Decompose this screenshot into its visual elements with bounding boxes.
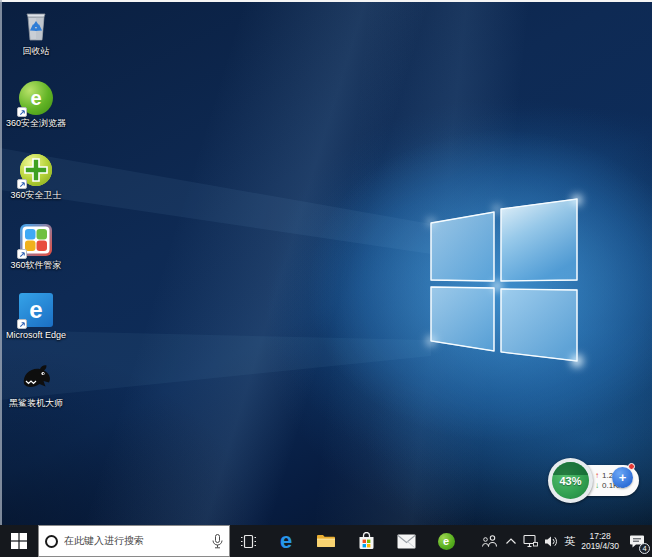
icon-label: 回收站: [23, 46, 50, 57]
desktop-icon-recycle-bin[interactable]: 回收站: [3, 8, 69, 57]
speaker-icon: [544, 535, 558, 548]
edge-icon: e: [280, 530, 292, 552]
taskbar-360-browser-button[interactable]: e: [426, 525, 466, 557]
shortcut-arrow-icon: [17, 107, 27, 117]
clock-date: 2019/4/30: [581, 541, 619, 551]
memory-usage-ball[interactable]: 43%: [548, 458, 593, 503]
360-browser-icon: e: [18, 80, 54, 116]
screen-top-edge: [0, 0, 652, 2]
black-shark-icon: [18, 360, 54, 396]
icon-label: 360软件管家: [10, 260, 61, 271]
chevron-up-icon: [505, 537, 517, 545]
widget-notification-dot: [628, 463, 635, 470]
taskbar-store-button[interactable]: [346, 525, 386, 557]
ball-top-segment: [552, 462, 589, 475]
icon-label: 黑鲨装机大师: [9, 398, 63, 409]
desktop-icon-microsoft-edge[interactable]: e Microsoft Edge: [3, 292, 69, 341]
icon-label: Microsoft Edge: [6, 330, 66, 341]
show-hidden-icons-button[interactable]: [502, 525, 520, 557]
network-button[interactable]: [520, 525, 541, 557]
desktop-icon-heisha-installer[interactable]: 黑鲨装机大师: [3, 360, 69, 409]
360-software-manager-icon: [18, 222, 54, 258]
microsoft-edge-icon: e: [18, 292, 54, 328]
action-center-button[interactable]: 4: [622, 525, 652, 557]
taskbar-clock[interactable]: 17:28 2019/4/30: [578, 525, 622, 557]
search-placeholder: 在此键入进行搜索: [64, 534, 206, 548]
download-arrow-icon: ↓: [595, 481, 599, 490]
upload-arrow-icon: ↑: [595, 471, 599, 480]
start-button[interactable]: [0, 525, 38, 557]
taskbar: 在此键入进行搜索 e: [0, 525, 652, 557]
notification-count-badge: 4: [639, 543, 650, 554]
task-view-button[interactable]: [230, 525, 266, 557]
desktop-icon-360-safe-guard[interactable]: 360安全卫士: [3, 152, 69, 201]
memory-percent: 43%: [559, 475, 581, 487]
microsoft-store-icon: [358, 532, 375, 550]
mail-icon: [397, 534, 416, 549]
windows-desktop-screen: 回收站 e 360安全浏览器: [0, 0, 652, 557]
desktop-icon-360-browser[interactable]: e 360安全浏览器: [3, 80, 69, 129]
widget-boost-button[interactable]: +: [612, 467, 633, 488]
recycle-bin-icon: [18, 8, 54, 44]
windows-logo-wallpaper: [0, 0, 652, 525]
shortcut-arrow-icon: [17, 179, 27, 189]
system-tray: 英 17:28 2019/4/30 4: [478, 525, 652, 557]
microphone-icon[interactable]: [212, 534, 223, 549]
taskbar-search-input[interactable]: 在此键入进行搜索: [38, 525, 230, 557]
windows-logo-icon: [11, 533, 27, 549]
people-icon: [481, 534, 499, 548]
desktop-wallpaper[interactable]: 回收站 e 360安全浏览器: [0, 0, 652, 525]
shortcut-arrow-icon: [17, 249, 27, 259]
360-safe-guard-icon: [18, 152, 54, 188]
icon-label: 360安全浏览器: [6, 118, 66, 129]
volume-button[interactable]: [541, 525, 561, 557]
taskbar-mail-button[interactable]: [386, 525, 426, 557]
clock-time: 17:28: [589, 531, 610, 541]
shortcut-arrow-icon: [17, 319, 27, 329]
task-view-icon: [240, 534, 257, 549]
screen-left-edge: [0, 0, 2, 525]
taskbar-file-explorer-button[interactable]: [306, 525, 346, 557]
taskbar-edge-button[interactable]: e: [266, 525, 306, 557]
ime-indicator[interactable]: 英: [561, 525, 578, 557]
icon-label: 360安全卫士: [10, 190, 61, 201]
360-floating-widget: ↑ 1.2K/s ↓ 0.1K/s + 43%: [548, 457, 642, 505]
ethernet-icon: [523, 534, 538, 548]
people-button[interactable]: [478, 525, 502, 557]
360-browser-tray-icon: e: [438, 533, 455, 550]
cortana-icon: [45, 535, 58, 548]
desktop-icon-360-software-manager[interactable]: 360软件管家: [3, 222, 69, 271]
file-explorer-icon: [316, 533, 336, 549]
